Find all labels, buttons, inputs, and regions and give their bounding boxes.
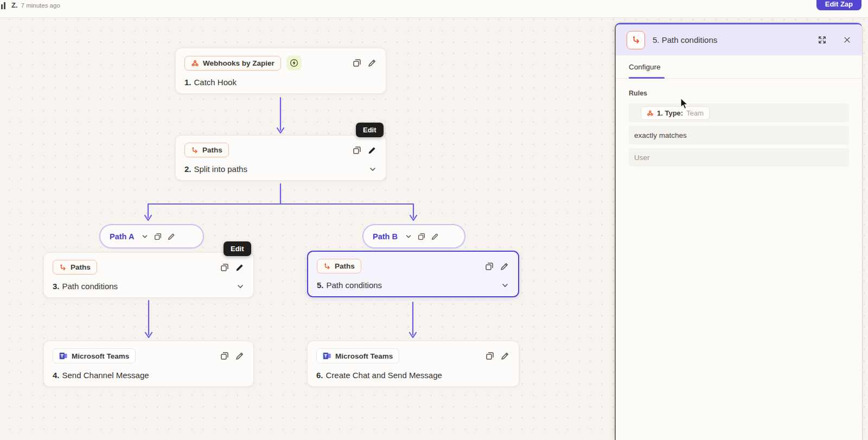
step-number: 4.: [53, 371, 60, 380]
edit-pencil-icon[interactable]: [235, 351, 245, 361]
rule-field-chip[interactable]: 1. Type: Team: [641, 106, 710, 120]
step-title-text: Path conditions: [327, 280, 382, 290]
app-badge-webhooks[interactable]: Webhooks by Zapier: [184, 56, 281, 71]
paths-icon: [323, 263, 331, 270]
bar-chart-icon: [1, 2, 8, 9]
app-badge-label: Paths: [335, 262, 355, 270]
microsoft-teams-icon: [59, 352, 68, 360]
edit-tooltip: Edit: [224, 241, 251, 256]
rule-field-label: 1. Type:: [657, 109, 683, 117]
edit-pencil-icon[interactable]: [431, 232, 439, 241]
copy-icon[interactable]: [220, 351, 229, 361]
zap-editor-screen: Z. 7 minutes ago Edit Zap: [0, 0, 868, 440]
step-node-5-path-conditions[interactable]: Paths 5.Path conditions: [307, 251, 519, 297]
copy-icon[interactable]: [352, 58, 362, 68]
rule-field-value: Team: [686, 109, 704, 117]
last-edited-time: 7 minutes ago: [21, 2, 60, 9]
step-title: 3.Path conditions: [53, 282, 245, 291]
app-badge-label: Microsoft Teams: [72, 352, 129, 360]
topbar: Z. 7 minutes ago Edit Zap: [0, 0, 868, 18]
edit-pencil-icon[interactable]: [500, 351, 510, 361]
instant-trigger-icon: [286, 55, 302, 71]
step-number: 5.: [317, 280, 324, 290]
step-title: 2.Split into paths: [184, 164, 377, 174]
chevron-down-icon[interactable]: [405, 233, 412, 240]
copy-icon[interactable]: [417, 232, 426, 241]
rule-value-text: User: [634, 154, 650, 162]
tab-configure[interactable]: Configure: [629, 63, 661, 71]
copy-icon[interactable]: [484, 262, 494, 271]
step-node-1-catch-hook[interactable]: Webhooks by Zapier 1.Catch Hook: [175, 48, 386, 94]
zap-status: Z. 7 minutes ago: [0, 0, 60, 9]
rule-operator-text: exactly matches: [634, 131, 687, 139]
microsoft-teams-icon: [323, 352, 331, 360]
step-title: 1.Catch Hook: [184, 78, 377, 87]
rule-operator-row[interactable]: exactly matches: [629, 126, 849, 144]
rules-label: Rules: [629, 90, 849, 97]
path-b-pill[interactable]: Path B: [362, 224, 465, 248]
rule-value-row[interactable]: User: [629, 148, 849, 167]
edit-pencil-icon[interactable]: [167, 232, 176, 241]
app-badge-label: Paths: [71, 263, 91, 271]
app-badge-microsoft-teams[interactable]: Microsoft Teams: [53, 348, 136, 364]
path-label: Path B: [373, 232, 398, 241]
step-title-text: Path conditions: [62, 282, 118, 291]
copy-icon[interactable]: [485, 351, 495, 361]
step-number: 6.: [316, 371, 323, 380]
panel-header: 5. Path conditions: [616, 24, 862, 55]
path-a-pill[interactable]: Path A: [99, 224, 204, 248]
step-title-text: Split into paths: [194, 164, 247, 174]
step-number: 1.: [184, 78, 192, 87]
step-number: 2.: [184, 164, 192, 174]
step-title-text: Create Chat and Send Message: [326, 371, 442, 380]
app-badge-label: Webhooks by Zapier: [203, 59, 275, 67]
close-icon[interactable]: [843, 36, 851, 44]
expand-icon[interactable]: [818, 35, 827, 44]
paths-icon: [627, 31, 645, 49]
step-config-panel: 5. Path conditions Configure Rules 1. Ty…: [615, 23, 863, 440]
edit-zap-button[interactable]: Edit Zap: [816, 0, 861, 10]
copy-icon[interactable]: [352, 145, 362, 155]
edit-pencil-icon[interactable]: [367, 145, 377, 155]
app-badge-label: Microsoft Teams: [335, 352, 393, 360]
step-title: 5.Path conditions: [317, 280, 509, 290]
path-label: Path A: [110, 232, 134, 241]
step-title: 4.Send Channel Message: [53, 371, 245, 380]
app-badge-paths[interactable]: Paths: [184, 143, 229, 157]
edit-tooltip: Edit: [356, 123, 384, 137]
chevron-down-icon[interactable]: [236, 282, 245, 292]
panel-tabs: Configure: [616, 55, 862, 79]
step-node-3-path-conditions[interactable]: Paths 3.Path conditions: [43, 252, 254, 298]
edit-pencil-icon[interactable]: [235, 263, 245, 272]
app-badge-paths[interactable]: Paths: [53, 260, 97, 275]
step-number: 3.: [53, 282, 60, 291]
webhook-icon: [647, 110, 654, 117]
zap-name-fragment: Z.: [11, 1, 18, 9]
rule-field-row[interactable]: 1. Type: Team: [629, 104, 849, 122]
step-node-2-split-into-paths[interactable]: Paths 2.Split into paths: [175, 135, 386, 181]
panel-title: 5. Path conditions: [653, 35, 810, 44]
copy-icon[interactable]: [220, 263, 229, 272]
step-title: 6.Create Chat and Send Message: [316, 371, 510, 380]
edit-pencil-icon[interactable]: [500, 262, 509, 271]
step-title-text: Send Channel Message: [62, 371, 149, 380]
app-badge-paths[interactable]: Paths: [317, 259, 361, 273]
step-node-6-create-chat-and-send-message[interactable]: Microsoft Teams 6.Create Chat and Send M…: [307, 341, 519, 387]
step-node-4-send-channel-message[interactable]: Microsoft Teams 4.Send Channel Message: [43, 341, 254, 387]
copy-icon[interactable]: [154, 232, 162, 241]
active-tab-underline: [629, 77, 665, 79]
chevron-down-icon[interactable]: [368, 165, 377, 175]
app-badge-microsoft-teams[interactable]: Microsoft Teams: [316, 348, 399, 364]
chevron-down-icon[interactable]: [141, 233, 149, 240]
edit-pencil-icon[interactable]: [367, 58, 377, 68]
paths-icon: [59, 264, 67, 271]
app-badge-label: Paths: [202, 146, 222, 154]
step-title-text: Catch Hook: [194, 78, 237, 87]
panel-body: Rules 1. Type: Team exactly matches User: [616, 79, 862, 181]
chevron-down-icon[interactable]: [501, 281, 509, 291]
paths-icon: [191, 146, 199, 154]
webhook-icon: [191, 59, 199, 67]
